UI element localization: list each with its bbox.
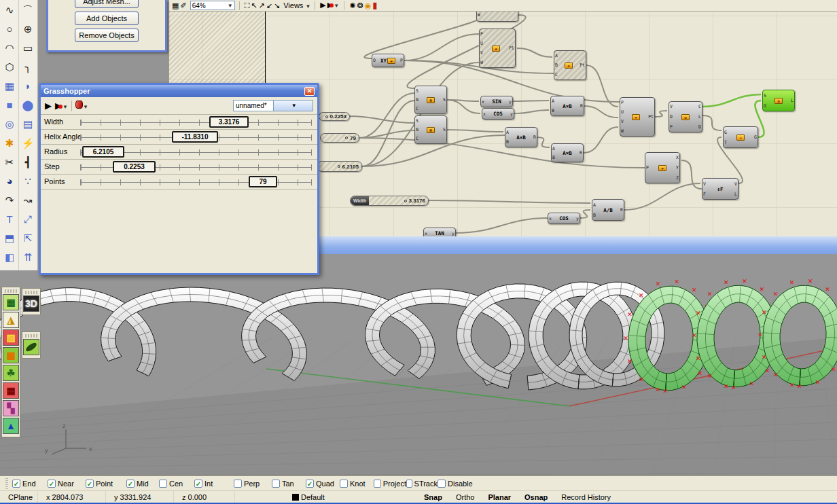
canvas-slider-radius[interactable]: 6.2105 [317, 161, 362, 172]
patch-surface-tool[interactable]: ▦ [1, 77, 18, 95]
gh-node-w-panel[interactable]: W [476, 12, 518, 22]
control-point-mark[interactable]: ✕ [773, 372, 779, 378]
control-point-mark[interactable]: ✕ [663, 388, 669, 395]
adjustable-arc-tool[interactable]: ↝ [19, 191, 37, 209]
gh-node-tangent[interactable]: xTANy [423, 228, 456, 236]
checkbox[interactable] [340, 480, 348, 488]
extrude-tool[interactable]: ⇈ [19, 248, 37, 266]
corner-se-icon[interactable]: ↘ [273, 1, 281, 10]
rectangle-tool[interactable]: ▭ [19, 39, 37, 57]
status-pane-ortho[interactable]: Ortho [449, 493, 482, 501]
splatter2-icon[interactable]: ❂ [356, 1, 363, 10]
slider-value[interactable]: -11.8310 [172, 131, 218, 143]
corner-sw-icon[interactable]: ↙ [266, 1, 273, 10]
checkbox[interactable]: ✓ [48, 480, 56, 488]
control-point-mark[interactable]: ✕ [759, 286, 764, 293]
bake-icon[interactable]: ▼ [75, 101, 88, 111]
osnap-tan[interactable]: Tan [272, 480, 306, 488]
control-point-mark[interactable]: ✕ [639, 376, 644, 383]
control-point-mark[interactable]: ✕ [707, 291, 713, 298]
osnap-point[interactable]: ✓Point [86, 480, 126, 488]
control-point-mark[interactable]: ✕ [656, 386, 661, 393]
canvas-slider-points[interactable]: 79 [320, 133, 359, 143]
zoom-extents-icon[interactable]: ⛶ [244, 1, 251, 10]
gh-node-series-1[interactable]: SNC≣S [414, 86, 447, 114]
osnap-end[interactable]: ✓End [12, 480, 48, 488]
control-point-mark[interactable]: ✕ [765, 367, 770, 374]
control-point-mark[interactable]: ✕ [797, 383, 802, 390]
polygon-tool[interactable]: ⬡ [1, 58, 18, 76]
slider-value[interactable]: 6.2105 [82, 146, 124, 158]
canvas-slider-step[interactable]: 0.2253 [319, 112, 350, 121]
checkbox[interactable] [272, 480, 280, 488]
slider-value[interactable]: 0.2253 [113, 161, 156, 173]
control-point-mark[interactable]: ✕ [698, 370, 703, 377]
checkbox[interactable] [234, 480, 242, 488]
grasshopper-titlebar[interactable]: Grasshopper ✕ [41, 85, 317, 97]
osnap-knot[interactable]: Knot [340, 480, 374, 488]
circle-tool[interactable]: ○ [1, 20, 18, 38]
canvas-zoom-combo[interactable]: 64% ▼ [190, 1, 235, 10]
gh-node-sine[interactable]: xSINy [480, 96, 513, 107]
torus-tool[interactable]: ◎ [1, 115, 18, 133]
control-point-mark[interactable]: ✕ [789, 382, 795, 389]
control-point-mark[interactable]: ✕ [627, 358, 633, 365]
views-menu[interactable]: Views ▼ [283, 1, 310, 10]
control-point-mark[interactable]: ✕ [696, 355, 701, 362]
checkbox[interactable]: ✓ [194, 480, 202, 488]
gh-blocks-icon[interactable]: ▩ [3, 347, 19, 363]
control-point-mark[interactable]: ✕ [696, 310, 701, 317]
perspective-viewport[interactable]: ✕✕✕✕✕✕✕✕✕✕✕✕✕✕✕✕✕✕✕✕✕✕✕✕✕✕✕✕✕✕✕✕✕✕✕✕✕✕✕✕… [0, 254, 837, 475]
osnap-disable[interactable]: Disable [438, 480, 478, 488]
play-icon[interactable]: ▶ [319, 1, 326, 9]
checkbox[interactable]: ✓ [306, 480, 314, 488]
checkbox[interactable] [159, 480, 167, 488]
control-point-mark[interactable]: ✕ [627, 311, 633, 318]
control-point-mark[interactable]: ✕ [623, 335, 628, 342]
cplane-field[interactable]: CPlane [0, 491, 38, 503]
slider-track[interactable] [80, 120, 312, 126]
gh-node-move[interactable]: GT↗G [723, 126, 758, 148]
file-combo[interactable]: unnamed* ▼ [233, 100, 313, 111]
gh-node-xy-plane[interactable]: OXY▰P [372, 54, 404, 67]
layer-field[interactable]: Default [284, 491, 393, 503]
checkbox[interactable] [406, 480, 412, 488]
gh-blob-icon[interactable]: ☘ [3, 365, 19, 381]
gh-gradient-icon[interactable]: ▨ [3, 329, 19, 346]
splatter-icon[interactable]: ✺ [349, 1, 356, 10]
record-icon[interactable]: ▶▼ [55, 101, 68, 111]
lightning-tool[interactable]: ⚡ [19, 134, 37, 152]
osnap-strack[interactable]: STrack [406, 480, 438, 488]
sphere-tool[interactable]: ⬤ [19, 96, 37, 114]
pencil-icon[interactable]: ✐ [179, 1, 187, 10]
control-point-mark[interactable]: ✕ [674, 278, 679, 285]
gh-node-decompose-point[interactable]: P▰XYZ [645, 152, 680, 183]
close-icon[interactable]: ✕ [304, 87, 315, 96]
curved-surface-tool[interactable]: ◗ [19, 77, 37, 95]
gh-node-multiply-c[interactable]: ABA×BR [551, 143, 584, 162]
box-tool[interactable]: ■ [1, 96, 18, 114]
split-tool[interactable]: ┫ [19, 153, 37, 171]
point-cloud-tool[interactable]: ∵ [19, 172, 37, 190]
control-point-mark[interactable]: ✕ [742, 278, 747, 285]
status-pane-planar[interactable]: Planar [481, 493, 518, 501]
checkbox[interactable]: ✓ [12, 480, 20, 488]
add-objects-button[interactable]: Add Objects [75, 12, 139, 25]
control-point-mark[interactable]: ✕ [773, 291, 779, 298]
osnap-project[interactable]: Project [374, 480, 406, 488]
trim-tool[interactable]: ✂ [1, 153, 18, 171]
control-point-mark[interactable]: ✕ [808, 278, 813, 285]
control-point-mark[interactable]: ✕ [724, 383, 729, 390]
gh-node-cosine-1[interactable]: xCOSy [482, 108, 514, 120]
gh-mesh-green-icon[interactable]: ▦ [3, 294, 19, 310]
explode-tool[interactable]: ✱ [1, 134, 18, 152]
adjust-mesh-button[interactable]: Adjust Mesh... [75, 0, 139, 8]
osnap-mid[interactable]: ✓Mid [126, 480, 159, 488]
osnap-perp[interactable]: Perp [234, 480, 272, 488]
move-tool[interactable]: ⇱ [19, 229, 37, 247]
gh-node-point-abc[interactable]: ABC▰Pt [554, 50, 586, 80]
gh-node-series-2[interactable]: SNC≣S [414, 115, 447, 144]
scale-tool[interactable]: ⤢ [19, 210, 37, 228]
remove-objects-button[interactable]: Remove Objects [75, 29, 139, 42]
gh-node-cosine-2[interactable]: xCOSy [548, 213, 580, 224]
